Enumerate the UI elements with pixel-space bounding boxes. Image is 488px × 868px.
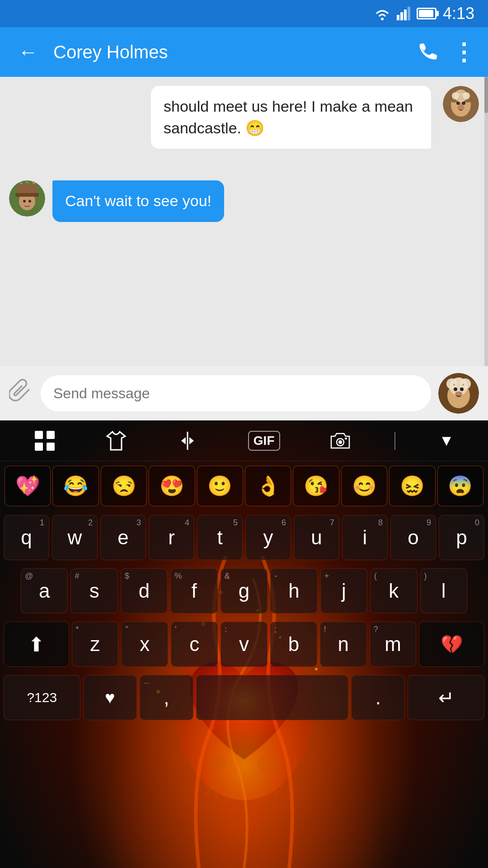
key-a[interactable]: @a	[21, 568, 68, 613]
key-q[interactable]: 1q	[4, 515, 49, 560]
key-k[interactable]: (k	[370, 568, 417, 613]
svg-rect-21	[15, 193, 39, 197]
key-f[interactable]: %f	[170, 568, 217, 613]
svg-rect-61	[345, 438, 347, 439]
emoji-sad[interactable]: 😖	[389, 466, 435, 506]
svg-rect-3	[400, 12, 403, 20]
key-e[interactable]: 3e	[100, 515, 146, 560]
emoji-smile[interactable]: 🙂	[197, 466, 243, 506]
cursor-button[interactable]	[170, 425, 205, 456]
svg-rect-53	[47, 431, 55, 439]
key-r[interactable]: 4r	[149, 515, 194, 560]
svg-point-32	[454, 387, 457, 391]
emoji-shock[interactable]: 😨	[437, 466, 483, 506]
emoji-kiss[interactable]: 😘	[293, 466, 339, 506]
key-x[interactable]: "x	[121, 622, 168, 667]
emoji-row: 💖 😂 😒 😍 🙂 👌 😘 😊 😖 😨	[0, 461, 488, 511]
key-p[interactable]: 0p	[439, 515, 484, 560]
message-input[interactable]	[41, 375, 431, 411]
key-s[interactable]: #s	[70, 568, 117, 613]
emoji-key[interactable]: ♥	[83, 675, 137, 720]
svg-rect-55	[47, 443, 55, 451]
gif-button[interactable]: GIF	[242, 426, 286, 455]
svg-point-17	[463, 92, 470, 99]
more-options-button[interactable]: ⋮	[452, 38, 474, 66]
key-row-4: ?123 ♥ ... , . ↵	[0, 671, 488, 724]
symbols-label: ?123	[27, 690, 57, 705]
key-h[interactable]: -h	[270, 568, 317, 613]
message-text: should meet us here! I make a mean sandc…	[164, 98, 413, 137]
svg-point-34	[455, 392, 462, 396]
key-row-2: @a #s $d %f &g -h +j (k )l	[0, 564, 488, 618]
symbols-key[interactable]: ?123	[4, 675, 80, 720]
svg-point-26	[28, 200, 31, 203]
themes-button[interactable]	[28, 425, 62, 456]
dropdown-icon: ▼	[439, 432, 454, 449]
emoji-expressionless[interactable]: 😒	[101, 466, 147, 506]
key-z[interactable]: *z	[72, 622, 119, 667]
key-o[interactable]: 9o	[390, 515, 436, 560]
key-y[interactable]: 6y	[245, 515, 291, 560]
dropdown-button[interactable]: ▼	[432, 427, 460, 454]
key-i[interactable]: 8i	[342, 515, 388, 560]
emoji-ok-hand[interactable]: 👌	[245, 466, 291, 506]
emoji-heart-eyes[interactable]: 😍	[149, 466, 195, 506]
chat-area: should meet us here! I make a mean sandc…	[0, 77, 488, 366]
message-row-incoming: Can't wait to see you!	[9, 180, 479, 222]
backspace-icon: 💔	[441, 634, 463, 655]
key-w[interactable]: 2w	[52, 515, 98, 560]
avatar-warrior-image	[9, 180, 45, 217]
keyboard-content: GIF ▼ 💖 😂 😒 😍 🙂 �	[0, 420, 488, 724]
svg-point-25	[23, 200, 26, 203]
key-b[interactable]: ;b	[270, 622, 317, 667]
space-key[interactable]	[196, 675, 348, 720]
scrollbar[interactable]	[484, 77, 488, 366]
key-t[interactable]: 5t	[197, 515, 243, 560]
enter-icon: ↵	[438, 687, 454, 709]
period-key[interactable]: .	[351, 675, 405, 720]
call-button[interactable]	[418, 40, 438, 64]
app-bar-actions: ⋮	[418, 38, 474, 66]
sticker-button[interactable]	[99, 425, 133, 456]
send-avatar-image	[438, 373, 479, 414]
battery-icon	[417, 8, 436, 19]
cursor-icon	[177, 430, 198, 452]
key-u[interactable]: 7u	[294, 515, 339, 560]
attach-button[interactable]	[9, 379, 33, 408]
shift-icon: ⬆	[28, 633, 45, 656]
emoji-icon: ♥	[105, 688, 115, 708]
key-l[interactable]: )l	[420, 568, 467, 613]
svg-rect-5	[408, 7, 410, 20]
back-button[interactable]: ←	[14, 36, 42, 68]
avatar-outgoing	[443, 86, 479, 122]
svg-point-35	[453, 384, 455, 386]
emoji-laugh-cry[interactable]: 😂	[52, 466, 99, 506]
svg-point-33	[460, 387, 464, 391]
divider	[394, 432, 395, 450]
signal-icon	[397, 7, 410, 20]
key-n[interactable]: !n	[320, 622, 367, 667]
comma-key[interactable]: ... ,	[140, 675, 193, 720]
key-d[interactable]: $d	[121, 568, 168, 613]
svg-rect-54	[35, 443, 43, 451]
enter-key[interactable]: ↵	[408, 675, 484, 720]
key-row-1: 1q 2w 3e 4r 5t 6y 7u 8i 9o 0p	[0, 511, 488, 564]
key-j[interactable]: +j	[320, 568, 367, 613]
send-avatar	[438, 373, 479, 414]
app-bar: ← Corey Holmes ⋮	[0, 27, 488, 77]
message-text-incoming: Can't wait to see you!	[65, 192, 211, 209]
key-m[interactable]: ?m	[370, 622, 417, 667]
camera-button[interactable]	[323, 425, 357, 456]
status-icons: 4:13	[374, 4, 474, 23]
svg-point-36	[462, 384, 464, 386]
avatar-incoming	[9, 180, 45, 217]
key-v[interactable]: :v	[221, 622, 267, 667]
emoji-blush[interactable]: 😊	[341, 466, 387, 506]
key-g[interactable]: &g	[221, 568, 267, 613]
key-c[interactable]: 'c	[171, 622, 218, 667]
shift-key[interactable]: ⬆	[4, 622, 69, 667]
emoji-heart-sparkle[interactable]: 💖	[5, 466, 51, 506]
message-row: should meet us here! I make a mean sandc…	[9, 86, 479, 149]
contact-name: Corey Holmes	[53, 42, 408, 62]
backspace-key[interactable]: 💔	[419, 622, 484, 667]
